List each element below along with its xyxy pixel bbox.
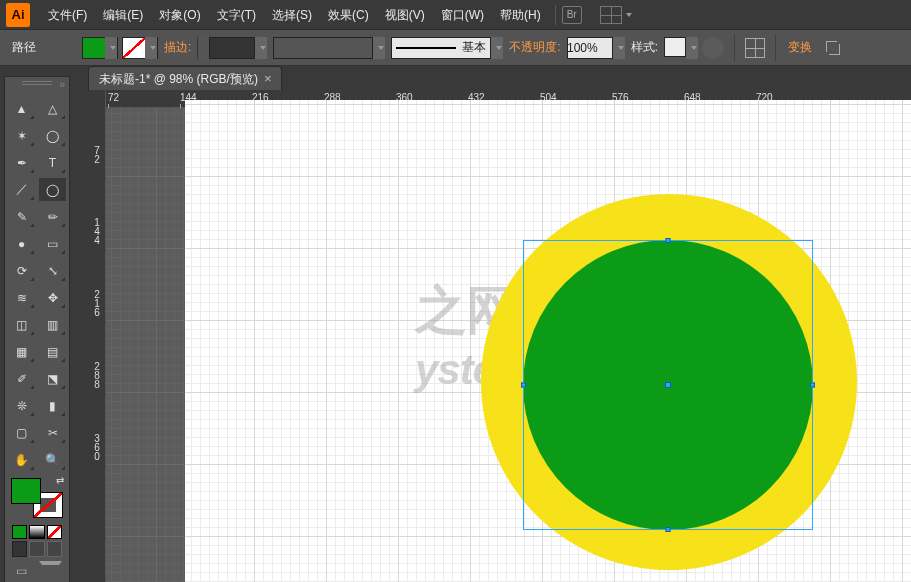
variable-width-profile[interactable] <box>273 37 385 59</box>
selection-center[interactable] <box>665 382 671 388</box>
draw-normal-button[interactable] <box>12 541 27 557</box>
opacity-label[interactable]: 不透明度: <box>503 39 566 56</box>
opacity-input[interactable]: 100% <box>567 37 625 59</box>
fill-stroke-control[interactable]: ⇄ <box>8 475 66 521</box>
selection-tool[interactable]: ▲ <box>8 97 35 120</box>
menu-select[interactable]: 选择(S) <box>264 0 320 30</box>
pencil-tool[interactable]: ✏ <box>39 205 66 228</box>
gradient-tool[interactable]: ▤ <box>39 340 66 363</box>
tab-title: 未标题-1* @ 98% (RGB/预览) <box>99 68 258 90</box>
eyedropper-tool[interactable]: ✐ <box>8 367 35 390</box>
width-tool[interactable]: ≋ <box>8 286 35 309</box>
mesh-tool[interactable]: ▦ <box>8 340 35 363</box>
ruler-tick: 216 <box>90 290 104 317</box>
menu-effect[interactable]: 效果(C) <box>320 0 377 30</box>
shape-builder-tool[interactable]: ◫ <box>8 313 35 336</box>
stroke-color-icon <box>123 38 145 58</box>
ruler-tick: 360 <box>90 434 104 461</box>
menu-object[interactable]: 对象(O) <box>151 0 208 30</box>
ruler-tick: 72 <box>90 146 104 164</box>
panel-grip[interactable] <box>22 81 52 84</box>
pen-tool[interactable]: ✒ <box>8 151 35 174</box>
control-bar: 路径 描边: 基本 不透明度: 100% 样式: 变换 <box>0 30 911 66</box>
free-transform-tool[interactable]: ✥ <box>39 286 66 309</box>
menu-window[interactable]: 窗口(W) <box>433 0 492 30</box>
menu-file[interactable]: 文件(F) <box>40 0 95 30</box>
draw-behind-button[interactable] <box>29 541 44 557</box>
tools-panel: » ▲△✶◯✒T／◯✎✏●▭⟳⤡≋✥◫▥▦▤✐⬔❊▮▢✂✋🔍 ⇄ ▭ <box>4 76 70 582</box>
menu-view[interactable]: 视图(V) <box>377 0 433 30</box>
isolate-object-button[interactable] <box>824 39 842 57</box>
screen-mode-dropdown[interactable] <box>35 561 62 581</box>
fill-dropdown[interactable] <box>105 37 117 59</box>
direct-selection-tool[interactable]: △ <box>39 97 66 120</box>
zoom-tool[interactable]: 🔍 <box>39 448 66 471</box>
color-mode-button[interactable] <box>12 525 27 539</box>
selection-handle[interactable] <box>521 383 526 388</box>
stroke-swatch[interactable] <box>122 37 158 59</box>
eraser-tool[interactable]: ▭ <box>39 232 66 255</box>
ellipse-tool[interactable]: ◯ <box>39 178 66 201</box>
selection-type-label: 路径 <box>6 39 42 56</box>
ruler-vertical[interactable]: 72144216288360 <box>88 108 106 582</box>
transform-link[interactable]: 变换 <box>782 39 818 56</box>
blob-brush-tool[interactable]: ● <box>8 232 35 255</box>
none-mode-button[interactable] <box>47 525 62 539</box>
rotate-tool[interactable]: ⟳ <box>8 259 35 282</box>
magic-wand-tool[interactable]: ✶ <box>8 124 35 147</box>
document-tab[interactable]: 未标题-1* @ 98% (RGB/预览) × <box>88 66 282 90</box>
symbol-sprayer-tool[interactable]: ❊ <box>8 394 35 417</box>
ruler-tick: 144 <box>90 218 104 245</box>
gradient-mode-button[interactable] <box>29 525 44 539</box>
layout-icon <box>600 6 622 24</box>
ruler-tick: 288 <box>90 362 104 389</box>
stroke-label[interactable]: 描边: <box>158 39 197 56</box>
divider <box>555 5 556 25</box>
line-tool[interactable]: ／ <box>8 178 35 201</box>
menu-edit[interactable]: 编辑(E) <box>95 0 151 30</box>
selection-handle[interactable] <box>810 383 815 388</box>
menu-help[interactable]: 帮助(H) <box>492 0 549 30</box>
menu-bar: Ai 文件(F) 编辑(E) 对象(O) 文字(T) 选择(S) 效果(C) 视… <box>0 0 911 30</box>
fill-color-icon <box>83 38 105 58</box>
swap-fill-stroke-icon[interactable]: ⇄ <box>56 475 64 486</box>
type-tool[interactable]: T <box>39 151 66 174</box>
fill-indicator[interactable] <box>11 478 41 504</box>
menu-type[interactable]: 文字(T) <box>209 0 264 30</box>
slice-tool[interactable]: ✂ <box>39 421 66 444</box>
document-tabs: 未标题-1* @ 98% (RGB/预览) × <box>0 66 911 90</box>
canvas[interactable]: 之网ystem.com <box>106 108 911 582</box>
column-graph-tool[interactable]: ▮ <box>39 394 66 417</box>
perspective-grid-tool[interactable]: ▥ <box>39 313 66 336</box>
artboard[interactable]: 之网ystem.com <box>185 100 911 582</box>
align-button[interactable] <box>745 38 765 58</box>
lasso-tool[interactable]: ◯ <box>39 124 66 147</box>
blend-tool[interactable]: ⬔ <box>39 367 66 390</box>
style-label: 样式: <box>625 39 664 56</box>
app-icon: Ai <box>6 3 30 27</box>
stroke-dropdown[interactable] <box>145 37 157 59</box>
selection-handle[interactable] <box>666 238 671 243</box>
selection-bounding-box[interactable] <box>523 240 813 530</box>
scale-tool[interactable]: ⤡ <box>39 259 66 282</box>
fill-swatch[interactable] <box>82 37 118 59</box>
close-icon[interactable]: × <box>264 68 272 90</box>
chevron-down-icon <box>626 13 632 17</box>
artboard-tool[interactable]: ▢ <box>8 421 35 444</box>
layout-switcher[interactable] <box>592 6 632 24</box>
draw-inside-button[interactable] <box>47 541 62 557</box>
screen-mode-button[interactable]: ▭ <box>12 561 31 581</box>
selection-handle[interactable] <box>666 527 671 532</box>
collapse-icon[interactable]: » <box>59 79 65 90</box>
recolor-artwork-button[interactable] <box>702 37 724 59</box>
stroke-weight-input[interactable] <box>197 37 267 59</box>
ruler-origin[interactable] <box>88 90 106 108</box>
graphic-style[interactable] <box>664 37 698 59</box>
brush-definition[interactable]: 基本 <box>391 37 503 59</box>
ruler-tick: 72 <box>108 92 119 103</box>
hand-tool[interactable]: ✋ <box>8 448 35 471</box>
paintbrush-tool[interactable]: ✎ <box>8 205 35 228</box>
bridge-button[interactable]: Br <box>562 6 582 24</box>
